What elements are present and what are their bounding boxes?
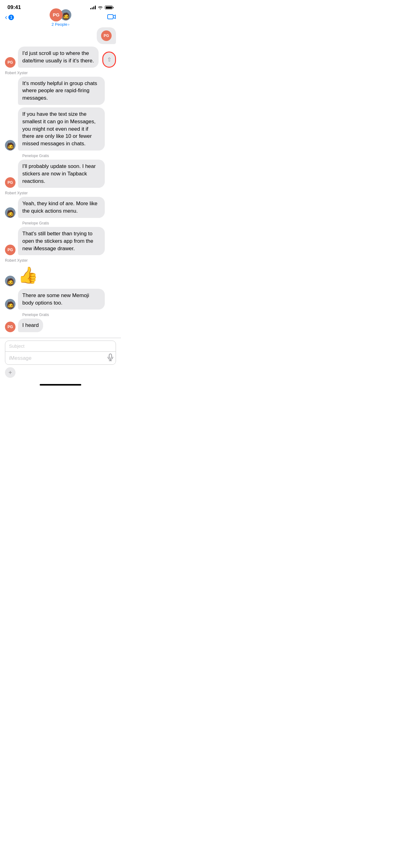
home-indicator <box>0 381 121 387</box>
status-time: 09:41 <box>7 4 21 10</box>
table-row: PG <box>0 27 121 45</box>
pg-avatar-small: PG <box>5 57 15 68</box>
message-bubble-6[interactable]: That's still better than trying to open … <box>18 227 105 255</box>
people-count-label[interactable]: 2 People › <box>52 22 69 27</box>
nav-header: ‹ 1 PG 🧔 2 People › <box>0 12 121 24</box>
bottom-input-row: + <box>5 367 116 378</box>
message-bubble-2[interactable]: It's mostly helpful in group chats where… <box>18 77 105 105</box>
message-row-1: PG I'd just scroll up to where the date/… <box>0 46 121 68</box>
message-row-2: It's mostly helpful in group chats where… <box>0 76 121 105</box>
rx-avatar-small-1: 🧔 <box>5 140 15 151</box>
message-row-9: PG I heard <box>0 318 121 333</box>
pg-avatar-small-3: PG <box>5 245 15 255</box>
message-row-4: PG I'll probably update soon. I hear sti… <box>0 159 121 188</box>
home-bar <box>40 384 81 385</box>
svg-rect-0 <box>108 14 113 19</box>
back-chevron-icon: ‹ <box>5 14 7 21</box>
video-icon <box>107 14 116 20</box>
wifi-icon <box>98 6 103 10</box>
notification-badge: 1 <box>8 14 14 20</box>
sender-label-rx2: Robert Xyster <box>5 191 116 195</box>
message-bubble[interactable]: PG <box>97 27 116 44</box>
sender-label-rx1: Robert Xyster <box>5 71 116 75</box>
message-row-6: PG That's still better than trying to op… <box>0 226 121 256</box>
video-call-button[interactable] <box>107 14 116 21</box>
chat-area: PG PG I'd just scroll up to where the da… <box>0 24 121 338</box>
pg-avatar-small-4: PG <box>5 321 15 332</box>
pg-avatar-small-2: PG <box>5 177 15 188</box>
sender-label-rx3: Robert Xyster <box>5 258 116 262</box>
message-row-7: 🧔 👍 <box>0 264 121 286</box>
subject-field-container[interactable]: Subject <box>5 341 116 352</box>
rx-avatar-small-3: 🧔 <box>5 276 15 286</box>
microphone-icon <box>108 353 113 361</box>
message-bubble-5[interactable]: Yeah, they kind of are. More like the qu… <box>18 197 105 218</box>
back-button[interactable]: ‹ 1 <box>5 14 14 21</box>
rx-avatar-small-2: 🧔 <box>5 207 15 218</box>
mic-button[interactable] <box>108 353 113 363</box>
sender-label-pg2: Penelope Gratis <box>22 221 116 225</box>
chevron-up-icon: ⇧ <box>107 56 112 63</box>
message-input-row: iMessage <box>5 352 116 365</box>
svg-rect-1 <box>109 354 112 358</box>
sender-label-pg3: Penelope Gratis <box>22 313 116 317</box>
message-bubble-7[interactable]: 👍 <box>18 264 38 286</box>
message-bubble-1[interactable]: I'd just scroll up to where the date/tim… <box>18 46 99 68</box>
scroll-up-button[interactable]: ⇧ <box>102 52 116 68</box>
message-bubble-4[interactable]: I'll probably update soon. I hear sticke… <box>18 160 105 188</box>
status-icons <box>90 6 113 10</box>
input-area: Subject iMessage + <box>0 338 121 381</box>
add-attachment-button[interactable]: + <box>5 367 15 378</box>
message-row-3: 🧔 If you have the text size the smallest… <box>0 107 121 151</box>
message-bubble-9[interactable]: I heard <box>18 318 43 332</box>
plus-icon: + <box>8 369 12 376</box>
rx-avatar-small-4: 🧔 <box>5 299 15 310</box>
message-row-8: 🧔 There are some new Memoji body options… <box>0 288 121 310</box>
subject-placeholder: Subject <box>9 343 25 349</box>
group-avatars: PG 🧔 <box>49 8 71 22</box>
imessage-placeholder[interactable]: iMessage <box>8 354 106 362</box>
message-bubble-8[interactable]: There are some new Memoji body options t… <box>18 289 105 310</box>
chat-header-center[interactable]: PG 🧔 2 People › <box>49 8 71 27</box>
message-row-5: 🧔 Yeah, they kind of are. More like the … <box>0 196 121 219</box>
sender-label-pg1: Penelope Gratis <box>22 154 116 158</box>
pg-avatar: PG <box>49 8 63 22</box>
message-bubble-3[interactable]: If you have the text size the smallest i… <box>18 107 105 151</box>
message-group-1: PG <box>0 27 121 45</box>
battery-icon <box>105 6 113 9</box>
signal-bars-icon <box>90 6 96 9</box>
